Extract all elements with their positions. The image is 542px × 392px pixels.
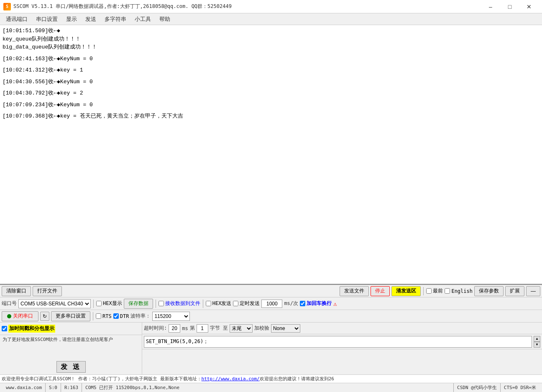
timestamp-wrap[interactable]: 加时间戳和分包显示 bbox=[2, 325, 55, 333]
recv-file-label: 接收数据到文件 bbox=[165, 300, 200, 307]
timed-send-ms-input[interactable] bbox=[261, 300, 282, 308]
minimize-button[interactable]: – bbox=[481, 0, 500, 13]
output-line: big_data_queue队列创建成功！！！ bbox=[3, 43, 539, 51]
title-text: SSCOM V5.13.1 串口/网络数据调试器,作者:大虾丁丁,2618058… bbox=[13, 3, 481, 10]
clear-window-button[interactable]: 清除窗口 bbox=[2, 286, 31, 296]
byte-from-input[interactable] bbox=[197, 324, 208, 333]
checksum-label: 加校验 bbox=[254, 325, 269, 332]
sep-4 bbox=[203, 300, 203, 308]
clear-send-button[interactable]: 清发送区 bbox=[391, 286, 421, 296]
recv-file-wrap[interactable]: 接收数据到文件 bbox=[159, 300, 200, 307]
timestamp-checkbox[interactable] bbox=[2, 326, 7, 331]
status-s: S:0 bbox=[46, 383, 61, 392]
expand-button[interactable]: 扩展 bbox=[505, 286, 524, 296]
title-bar: S SSCOM V5.13.1 串口/网络数据调试器,作者:大虾丁丁,26180… bbox=[0, 0, 542, 13]
output-line: [10:07:09.234]收←◆KeyNum = 0 bbox=[3, 101, 539, 109]
output-line: [10:01:51.509]收←◆ bbox=[3, 27, 539, 35]
port-select[interactable]: COM5 USB-SERIAL CH340 bbox=[18, 299, 91, 308]
send-button[interactable]: 发 送 bbox=[56, 361, 86, 373]
app-icon: S bbox=[3, 3, 11, 10]
timed-send-wrap[interactable]: 定时发送 bbox=[233, 300, 260, 307]
add-crlf-checkbox[interactable] bbox=[300, 301, 305, 306]
send-scroll-down[interactable]: ▼ bbox=[534, 342, 540, 348]
add-crlf-label: 加回车换行 bbox=[307, 300, 332, 307]
timeout-input[interactable] bbox=[169, 324, 180, 333]
dtr-wrap[interactable]: DTR bbox=[113, 313, 129, 319]
window-controls: – □ ✕ bbox=[481, 0, 539, 13]
rts-wrap[interactable]: RTS bbox=[96, 313, 112, 319]
separator-1 bbox=[423, 287, 424, 295]
english-checkbox[interactable] bbox=[445, 288, 450, 294]
checksum-select[interactable]: None bbox=[271, 324, 300, 333]
byte-end-select[interactable]: 末尾 bbox=[230, 324, 253, 333]
last-checkbox[interactable] bbox=[426, 288, 432, 294]
menu-help[interactable]: 帮助 bbox=[155, 14, 174, 25]
hex-send-wrap[interactable]: HEX发送 bbox=[206, 300, 232, 307]
bottom-right-panel: 超时时间: ms 第 字节 至 末尾 加校验 None ▲ bbox=[142, 323, 542, 374]
more-settings-button[interactable]: 更多串口设置 bbox=[51, 311, 90, 321]
ms-unit-label: ms/次 bbox=[284, 300, 298, 307]
last-checkbox-wrap[interactable]: 最前 bbox=[426, 287, 443, 295]
info-bar: 欢迎使用专业串口调试工具SSCOM！ 作者：习小猛(丁丁)，大虾电子网版主 最新… bbox=[0, 374, 542, 383]
output-spacer bbox=[3, 74, 539, 78]
baud-label: 波特率： bbox=[130, 313, 151, 320]
menu-send[interactable]: 发送 bbox=[81, 14, 100, 25]
status-bar: www.daxia.com S:0 R:163 COM5 已打开 115200b… bbox=[0, 383, 542, 392]
toolbar-row-4: 加时间戳和分包显示 bbox=[0, 323, 142, 335]
byte-unit: 字节 至 bbox=[210, 325, 228, 332]
promo-text: 为了更好地发展SSCOM软件，请您注册嘉立创结尾客户 bbox=[0, 335, 142, 359]
dtr-checkbox[interactable] bbox=[113, 313, 119, 319]
hex-send-checkbox[interactable] bbox=[206, 301, 211, 306]
menu-serial-settings[interactable]: 串口设置 bbox=[32, 14, 62, 25]
menu-tools[interactable]: 小工具 bbox=[130, 14, 155, 25]
save-params-button[interactable]: 保存参数 bbox=[474, 286, 504, 296]
output-line: key_queue队列创建成功！！！ bbox=[3, 35, 539, 44]
save-data-button[interactable]: 保存数据 bbox=[124, 299, 153, 309]
byte-label: 第 bbox=[190, 325, 195, 332]
last-label: 最前 bbox=[433, 287, 443, 295]
serial-output-area: [10:01:51.509]收←◆key_queue队列创建成功！！！big_d… bbox=[0, 25, 542, 284]
serial-status-dot bbox=[7, 314, 11, 318]
minus-button[interactable]: — bbox=[526, 286, 540, 296]
timed-send-checkbox[interactable] bbox=[233, 301, 238, 306]
timestamp-label: 加时间戳和分包显示 bbox=[8, 325, 55, 333]
timed-send-label: 定时发送 bbox=[240, 300, 260, 307]
bottom-panel: 清除窗口 打开文件 发送文件 停止 清发送区 最前 English 保存参数 扩… bbox=[0, 284, 542, 374]
refresh-ports-button[interactable]: ↻ bbox=[40, 312, 49, 321]
maximize-button[interactable]: □ bbox=[500, 0, 519, 13]
output-spacer bbox=[3, 51, 539, 55]
info-link[interactable]: http://www.daxia.com/ bbox=[202, 376, 260, 382]
send-file-button[interactable]: 发送文件 bbox=[340, 286, 369, 296]
output-spacer bbox=[3, 86, 539, 89]
dtr-label: DTR bbox=[120, 313, 129, 319]
sep-2 bbox=[93, 300, 94, 308]
output-spacer bbox=[3, 63, 539, 66]
close-button[interactable]: ✕ bbox=[519, 0, 539, 13]
sep-3 bbox=[156, 300, 156, 308]
send-scroll-up[interactable]: ▲ bbox=[534, 336, 540, 342]
output-line: [10:04:30.556]收←◆KeyNum = 0 bbox=[3, 78, 539, 86]
rts-checkbox[interactable] bbox=[96, 313, 101, 319]
hex-display-wrap[interactable]: HEX显示 bbox=[96, 300, 122, 307]
output-line: [10:04:30.792]收←◆key = 2 bbox=[3, 89, 539, 97]
open-file-button[interactable]: 打开文件 bbox=[33, 286, 62, 296]
english-checkbox-wrap[interactable]: English bbox=[445, 288, 473, 294]
send-btn-row: 发 送 bbox=[0, 359, 142, 374]
menu-multi-string[interactable]: 多字符串 bbox=[100, 14, 130, 25]
hex-display-checkbox[interactable] bbox=[96, 301, 102, 306]
add-crlf-wrap[interactable]: 加回车换行 bbox=[300, 300, 332, 307]
hex-send-label: HEX发送 bbox=[212, 300, 232, 307]
send-text-input[interactable] bbox=[144, 336, 532, 348]
sep-5 bbox=[93, 312, 93, 320]
menu-comm-port[interactable]: 通讯端口 bbox=[2, 14, 32, 25]
open-close-serial-button[interactable]: 关闭串口 bbox=[2, 311, 38, 321]
baud-select[interactable]: 115200 bbox=[152, 312, 190, 321]
timeout-unit: ms bbox=[182, 325, 188, 331]
status-cts: CTS=0 DSR=米 bbox=[501, 383, 539, 392]
stop-button[interactable]: 停止 bbox=[371, 286, 390, 296]
menu-bar: 通讯端口 串口设置 显示 发送 多字符串 小工具 帮助 bbox=[0, 13, 542, 25]
output-line: [10:02:41.312]收←◆key = 1 bbox=[3, 66, 539, 74]
menu-display[interactable]: 显示 bbox=[62, 14, 81, 25]
output-line: [10:02:41.163]收←◆KeyNum = 0 bbox=[3, 55, 539, 63]
recv-file-checkbox[interactable] bbox=[159, 301, 164, 306]
